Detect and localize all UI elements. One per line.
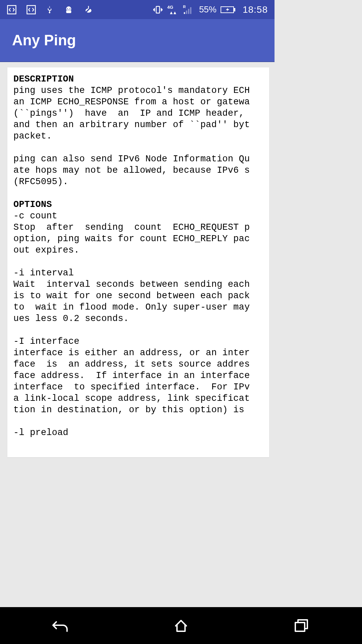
svg-rect-12 [186,10,187,14]
svg-rect-14 [190,7,191,14]
man-line: interface is either an address, or an in… [13,348,250,358]
status-left [7,5,94,15]
code-icon [26,5,36,15]
svg-point-3 [67,8,68,9]
status-right: 4G R 55% 18:58 [153,4,268,15]
man-line: (RFC5095). [13,177,68,187]
app-bar: Any Ping [0,19,275,62]
svg-rect-11 [184,12,185,14]
svg-rect-2 [66,10,71,13]
man-line: out expires. [13,245,79,255]
man-line: ate hops may not be allowed, because IPv… [13,165,250,175]
svg-text:R: R [183,5,186,9]
vibrate-icon [153,5,163,15]
mute-icon [83,5,94,15]
man-page-card[interactable]: DESCRIPTION ping uses the ICMP protocol'… [7,67,269,457]
svg-point-4 [70,8,71,9]
man-line: face is an address, it sets source addre… [13,359,250,369]
man-line: ues less 0.2 seconds. [13,314,129,324]
man-line: tion in destination, or by this option) … [13,405,250,415]
man-line: packet. [13,131,52,141]
man-line: face address. If interface in an interfa… [13,371,250,381]
man-line: option, ping waits for count ECHO_REPLY … [13,234,250,244]
man-line: ping uses the ICMP protocol's mandatory … [13,86,250,96]
man-line: Wait interval seconds between sending ea… [13,279,250,289]
battery-percent: 55% [199,4,217,15]
man-line: a link-local scope address, link specifi… [13,393,250,404]
man-line: is to wait for one second between each p… [13,291,250,301]
usb-icon [46,5,54,15]
svg-text:4G: 4G [167,5,173,10]
clock-text: 18:58 [243,4,268,15]
man-line: ping can also send IPv6 Node Information… [13,154,250,164]
battery-charging-icon [221,6,235,14]
code-icon [7,5,17,15]
man-line: to wait in flood mode. Only super-user m… [13,302,250,312]
man-line: -l preload [13,428,68,438]
content-area: DESCRIPTION ping uses the ICMP protocol'… [0,62,275,457]
man-line: and then an arbitrary number of ``pad'' … [13,120,250,130]
section-description-heading: DESCRIPTION [13,74,74,84]
man-line: Stop after sending count ECHO_REQUEST p [13,222,250,232]
man-line: an ICMP ECHO_RESPONSE from a host or gat… [13,97,250,107]
status-bar: 4G R 55% 18:58 [0,0,275,19]
svg-rect-13 [188,9,189,14]
svg-rect-16 [234,8,235,11]
man-page-text: DESCRIPTION ping uses the ICMP protocol'… [13,73,269,438]
man-line: -i interval [13,268,74,278]
svg-rect-8 [156,6,160,13]
app-title: Any Ping [12,32,76,49]
man-line: (``pings'') have an IP and ICMP header, [13,108,250,118]
signal-icon: R [182,5,194,15]
man-line: interface to specified interface. For IP… [13,382,250,392]
section-options-heading: OPTIONS [13,200,52,210]
man-line: -c count [13,211,57,221]
network-4g-icon: 4G [167,4,178,15]
man-line: -I interface [13,336,79,346]
adb-icon [64,5,74,15]
